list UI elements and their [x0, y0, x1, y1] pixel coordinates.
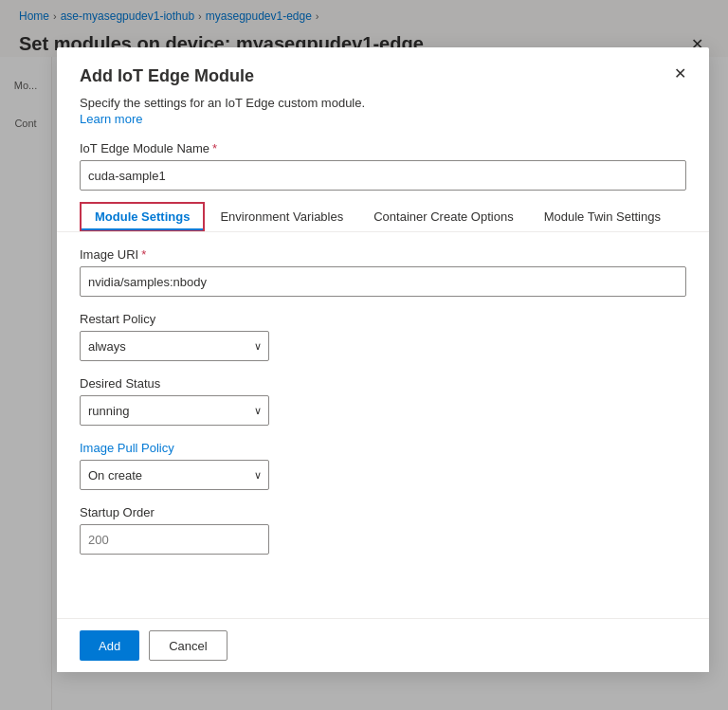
required-star-name: * [212, 141, 217, 155]
module-name-label: IoT Edge Module Name * [80, 141, 686, 155]
modal-header: Add IoT Edge Module ✕ [57, 47, 709, 86]
startup-order-label: Startup Order [80, 505, 686, 519]
add-button[interactable]: Add [80, 630, 139, 661]
tab-content: Image URI * Restart Policy always never … [57, 232, 709, 618]
image-pull-policy-group: Image Pull Policy On create Never ∨ [80, 441, 686, 490]
tab-module-settings[interactable]: Module Settings [80, 202, 205, 231]
modal-title: Add IoT Edge Module [80, 66, 254, 86]
module-name-section: IoT Edge Module Name * [57, 126, 709, 191]
restart-policy-label: Restart Policy [80, 312, 686, 326]
modal-close-button[interactable]: ✕ [674, 66, 686, 82]
image-uri-label: Image URI * [80, 247, 686, 262]
learn-more-link[interactable]: Learn more [57, 112, 709, 126]
image-pull-policy-select-wrapper: On create Never ∨ [80, 460, 269, 490]
cancel-button[interactable]: Cancel [149, 630, 227, 661]
tabs: Module Settings Environment Variables Co… [80, 202, 686, 231]
tab-module-twin[interactable]: Module Twin Settings [529, 202, 676, 231]
desired-status-group: Desired Status running stopped ∨ [80, 376, 686, 426]
restart-policy-select-wrapper: always never on-failure on-unhealthy ∨ [80, 331, 269, 361]
tab-env-variables[interactable]: Environment Variables [205, 202, 358, 231]
tabs-container: Module Settings Environment Variables Co… [57, 191, 709, 232]
restart-policy-select[interactable]: always never on-failure on-unhealthy [80, 331, 269, 361]
desired-status-select[interactable]: running stopped [80, 395, 269, 426]
image-pull-policy-label: Image Pull Policy [80, 441, 686, 455]
image-uri-group: Image URI * [80, 247, 686, 297]
image-pull-policy-select[interactable]: On create Never [80, 460, 269, 490]
desired-status-select-wrapper: running stopped ∨ [80, 395, 269, 426]
restart-policy-group: Restart Policy always never on-failure o… [80, 312, 686, 361]
modal: Add IoT Edge Module ✕ Specify the settin… [57, 47, 709, 672]
desired-status-label: Desired Status [80, 376, 686, 391]
startup-order-group: Startup Order [80, 505, 686, 555]
modal-description: Specify the settings for an IoT Edge cus… [57, 86, 709, 110]
startup-order-input[interactable] [80, 524, 269, 555]
image-uri-input[interactable] [80, 266, 686, 297]
modal-footer: Add Cancel [57, 618, 709, 672]
tab-container-create[interactable]: Container Create Options [358, 202, 528, 231]
required-star-uri: * [141, 247, 146, 262]
module-name-input[interactable] [80, 160, 686, 191]
